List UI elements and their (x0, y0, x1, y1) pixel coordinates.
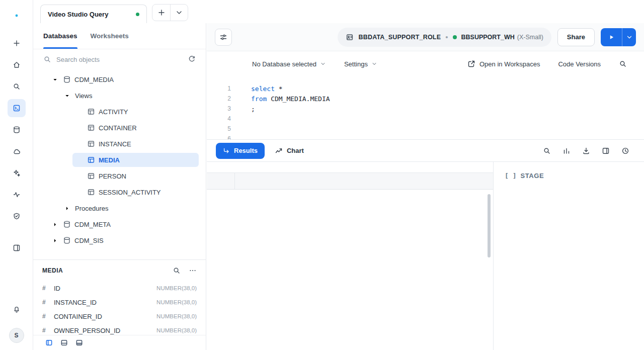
editor-line-3[interactable]: 3; (207, 104, 644, 114)
tree-item-procedures[interactable]: Procedures (33, 200, 206, 216)
sidebar-layout-bar (33, 335, 206, 350)
table-vertical-scrollbar[interactable] (488, 194, 491, 257)
nav-plus-button[interactable] (8, 34, 26, 52)
line-number: 2 (207, 95, 231, 102)
share-button[interactable]: Share (557, 28, 595, 46)
layout-results-icon[interactable] (75, 339, 83, 346)
chevron-right-icon[interactable] (52, 221, 59, 228)
editor-line-4[interactable]: 4 (207, 114, 644, 124)
chevron-down-icon[interactable] (64, 93, 71, 99)
tab-worksheets[interactable]: Worksheets (91, 23, 129, 49)
object-column-container_id[interactable]: #CONTAINER_IDNUMBER(38,0) (33, 309, 206, 323)
layout-split-icon[interactable] (60, 339, 68, 346)
tab-actions (152, 4, 188, 21)
object-search-icon[interactable] (173, 267, 181, 275)
editor-line-1[interactable]: 1select * (207, 83, 644, 94)
columns-button[interactable] (559, 143, 574, 158)
format-query-button[interactable] (215, 29, 232, 46)
view-icon (87, 140, 95, 148)
chart-tab[interactable]: Chart (271, 143, 308, 159)
editor-line-5[interactable]: 5 (207, 124, 644, 134)
editor-search-icon[interactable] (619, 60, 627, 68)
chevron-down-icon (320, 61, 326, 67)
tree-item-label: INSTANCE (99, 140, 131, 148)
sql-editor[interactable]: 1select *2from CDM_MEDIA.MEDIA3;456 (207, 76, 644, 139)
object-column-owner_person_id[interactable]: #OWNER_PERSON_IDNUMBER(38,0) (33, 323, 206, 335)
database-object-tree: CDM_MEDIAViewsACTIVITYCONTAINERINSTANCEM… (33, 67, 206, 259)
nav-cloud-button[interactable] (8, 142, 26, 160)
tab-databases[interactable]: Databases (43, 23, 77, 49)
nav-database-button[interactable] (8, 121, 26, 139)
database-selector-label: No Database selected (252, 60, 316, 68)
line-number: 4 (207, 115, 231, 122)
toggle-panel-button[interactable] (598, 143, 613, 158)
object-column-instance_id[interactable]: #INSTANCE_IDNUMBER(38,0) (33, 295, 206, 309)
search-icon (43, 55, 51, 63)
search-objects-input[interactable] (56, 56, 183, 63)
warehouse-status-dot (453, 35, 457, 39)
snowflake-logo[interactable] (8, 7, 25, 24)
context-selector[interactable]: BBDATA_SUPPORT_ROLE • BBSUPPORT_WH (X-Sm… (338, 28, 551, 47)
code-versions-link[interactable]: Code Versions (558, 60, 601, 68)
tree-item-session_activity[interactable]: SESSION_ACTIVITY (33, 184, 206, 200)
tab-list-button[interactable] (170, 5, 188, 21)
shield-icon (13, 212, 21, 220)
chevron-down-icon[interactable] (52, 76, 59, 83)
editor-line-6[interactable]: 6 (207, 134, 644, 139)
tree-item-label: Procedures (75, 205, 108, 212)
notifications-button[interactable] (8, 300, 26, 318)
download-icon (582, 147, 590, 155)
more-options-icon[interactable] (189, 267, 197, 275)
tree-item-label: Views (75, 92, 92, 100)
chart-tab-label: Chart (287, 147, 304, 154)
run-options-button[interactable] (622, 28, 636, 46)
object-columns-list: #IDNUMBER(38,0)#INSTANCE_IDNUMBER(38,0)#… (33, 281, 206, 335)
open-in-workspaces-link[interactable]: Open in Workspaces (467, 60, 540, 68)
results-tab[interactable]: Results (216, 143, 265, 159)
row-number-header (207, 173, 235, 189)
plus-icon (157, 9, 166, 17)
tree-item-instance[interactable]: INSTANCE (33, 136, 206, 152)
chevron-right-icon[interactable] (64, 205, 71, 212)
tree-item-activity[interactable]: ACTIVITY (33, 104, 206, 120)
tree-item-cdm_sis[interactable]: CDM_SIS (33, 232, 206, 248)
editor-line-2[interactable]: 2from CDM_MEDIA.MEDIA (207, 94, 644, 104)
search-icon (543, 147, 551, 155)
nav-worksheets-button[interactable] (8, 99, 26, 117)
database-selector-dropdown[interactable]: No Database selected (252, 60, 326, 68)
line-number: 5 (207, 125, 231, 132)
sql-code: ; (231, 105, 255, 113)
columns-icon (562, 147, 571, 155)
tree-item-container[interactable]: CONTAINER (33, 120, 206, 136)
user-avatar[interactable]: S (9, 328, 24, 343)
search-results-button[interactable] (539, 143, 554, 158)
results-toolbar: Results Chart (207, 139, 644, 162)
column-name: ID (54, 285, 60, 292)
cell-detail-panel: [ ] STAGE (493, 162, 644, 350)
layout-editor-icon[interactable] (45, 339, 53, 346)
variant-brackets-icon: [ ] (505, 172, 516, 180)
nav-home-button[interactable] (8, 56, 26, 74)
tree-item-person[interactable]: PERSON (33, 168, 206, 184)
object-column-id[interactable]: #IDNUMBER(38,0) (33, 281, 206, 295)
nav-panels-button[interactable] (8, 239, 26, 257)
chevron-right-icon[interactable] (52, 237, 59, 244)
download-results-button[interactable] (579, 143, 594, 158)
new-worksheet-button[interactable] (152, 5, 170, 21)
nav-sparkles-button[interactable] (8, 164, 26, 182)
settings-dropdown[interactable]: Settings (344, 60, 377, 68)
refresh-icon[interactable] (188, 55, 196, 63)
run-query-button[interactable] (601, 28, 622, 46)
worksheet-tab[interactable]: Video Studio Query (40, 5, 147, 23)
tree-item-views[interactable]: Views (33, 88, 206, 104)
tree-item-cdm_meta[interactable]: CDM_META (33, 216, 206, 232)
nav-activity-button[interactable] (8, 186, 26, 204)
results-table (207, 162, 493, 350)
tree-item-media[interactable]: MEDIA (33, 152, 206, 168)
chevron-down-icon (371, 61, 377, 67)
query-history-button[interactable] (618, 143, 633, 158)
column-name: OWNER_PERSON_ID (54, 327, 120, 334)
nav-search-button[interactable] (8, 77, 26, 96)
tree-item-cdm_media[interactable]: CDM_MEDIA (33, 71, 206, 88)
nav-shield-button[interactable] (8, 207, 26, 225)
